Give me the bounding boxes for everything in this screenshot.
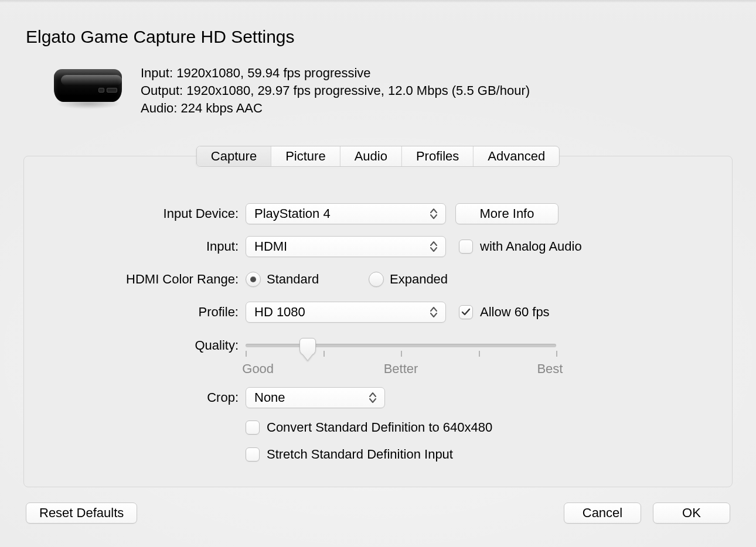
analog-audio-label: with Analog Audio <box>480 239 582 254</box>
settings-panel: Capture Picture Audio Profiles Advanced … <box>23 156 733 487</box>
radio-expanded-label: Expanded <box>390 272 448 287</box>
device-image <box>50 66 123 112</box>
convert-sd-checkbox[interactable] <box>246 420 260 435</box>
more-info-button[interactable]: More Info <box>455 203 559 224</box>
profile-value: HD 1080 <box>254 305 305 320</box>
analog-audio-checkbox[interactable] <box>459 240 473 254</box>
crop-select[interactable]: None <box>246 387 385 408</box>
crop-value: None <box>254 390 285 405</box>
updown-icon <box>430 206 442 221</box>
tab-advanced[interactable]: Advanced <box>473 146 559 166</box>
stretch-sd-label: Stretch Standard Definition Input <box>267 447 453 462</box>
label-quality: Quality: <box>24 334 246 353</box>
label-input: Input: <box>24 239 246 254</box>
radio-standard[interactable] <box>246 272 261 287</box>
tab-profiles[interactable]: Profiles <box>401 146 473 166</box>
summary-audio: Audio: 224 kbps AAC <box>141 100 530 117</box>
stretch-sd-checkbox[interactable] <box>246 447 260 461</box>
input-device-select[interactable]: PlayStation 4 <box>246 203 446 224</box>
input-value: HDMI <box>254 239 287 254</box>
label-profile: Profile: <box>24 305 246 320</box>
label-color-range: HDMI Color Range: <box>24 272 246 287</box>
updown-icon <box>369 390 381 405</box>
updown-icon <box>430 239 442 254</box>
allow-60fps-label: Allow 60 fps <box>480 305 550 320</box>
input-device-value: PlayStation 4 <box>254 206 331 221</box>
ok-button[interactable]: OK <box>653 502 730 524</box>
updown-icon <box>430 305 442 320</box>
label-crop: Crop: <box>24 390 246 405</box>
input-select[interactable]: HDMI <box>246 236 446 257</box>
tab-capture[interactable]: Capture <box>197 146 271 166</box>
summary-output: Output: 1920x1080, 29.97 fps progressive… <box>141 82 530 100</box>
page-title: Elgato Game Capture HD Settings <box>26 27 295 47</box>
tab-audio[interactable]: Audio <box>340 146 401 166</box>
quality-slider[interactable] <box>246 334 556 358</box>
tab-picture[interactable]: Picture <box>271 146 339 166</box>
label-input-device: Input Device: <box>24 206 246 221</box>
convert-sd-label: Convert Standard Definition to 640x480 <box>267 420 492 435</box>
radio-expanded[interactable] <box>369 272 384 287</box>
allow-60fps-checkbox[interactable] <box>459 305 473 319</box>
radio-standard-label: Standard <box>267 272 369 287</box>
profile-select[interactable]: HD 1080 <box>246 302 446 323</box>
tab-bar: Capture Picture Audio Profiles Advanced <box>196 146 560 167</box>
summary-input: Input: 1920x1080, 59.94 fps progressive <box>141 64 530 82</box>
summary-block: Input: 1920x1080, 59.94 fps progressive … <box>141 64 530 117</box>
reset-defaults-button[interactable]: Reset Defaults <box>26 502 137 524</box>
cancel-button[interactable]: Cancel <box>564 502 641 524</box>
